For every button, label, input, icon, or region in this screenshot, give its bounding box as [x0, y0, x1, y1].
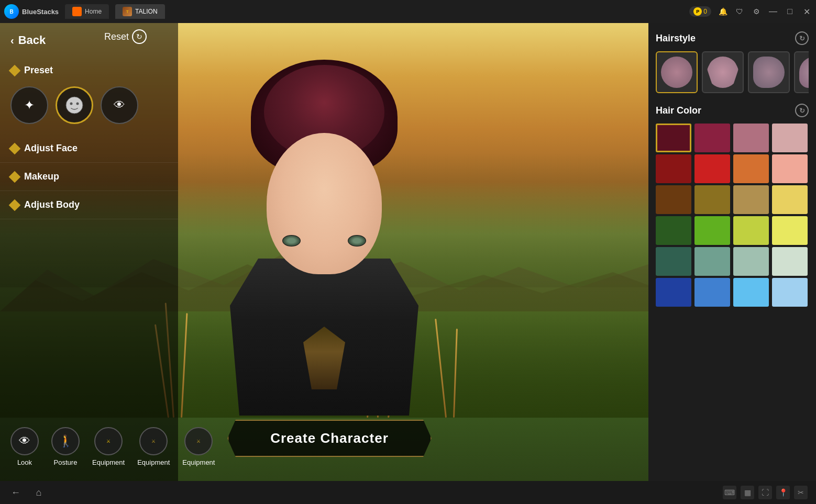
taskbar-right: ⌨ ▦ ⛶ 📍 ✂	[723, 486, 808, 499]
hairstyle-refresh-icon[interactable]: ↻	[795, 31, 809, 45]
right-panel: Hairstyle ↻ Hair Color ↻	[648, 23, 816, 504]
hair-color-refresh-icon[interactable]: ↻	[795, 104, 809, 117]
adjust-body-item[interactable]: Adjust Body	[0, 191, 178, 219]
color-swatch-23[interactable]	[772, 278, 808, 307]
tab-talion[interactable]: T TALION	[115, 4, 164, 19]
color-swatch-16[interactable]	[656, 247, 691, 276]
adjust-face-diamond-icon	[9, 142, 21, 154]
color-swatch-7[interactable]	[772, 154, 808, 183]
adjust-body-label: Adjust Body	[24, 199, 80, 210]
adjust-face-item[interactable]: Adjust Face	[0, 135, 178, 163]
color-swatch-9[interactable]	[694, 185, 730, 214]
color-swatch-17[interactable]	[694, 247, 730, 276]
hairstyle-section-title: Hairstyle ↻	[656, 31, 809, 45]
back-arrow-icon: ‹	[10, 35, 14, 47]
preset-magic-button[interactable]: ✦	[10, 86, 48, 124]
adjust-body-diamond-icon	[9, 199, 21, 211]
color-swatch-4[interactable]	[656, 154, 691, 183]
cut-icon[interactable]: ✂	[794, 486, 808, 499]
fullscreen-icon[interactable]: ⛶	[758, 486, 772, 499]
hair-color-label: Hair Color	[656, 105, 701, 116]
hair-color-section-title: Hair Color ↻	[656, 104, 809, 117]
character-eye-left	[282, 235, 301, 247]
layout-icon[interactable]: ▦	[741, 486, 754, 499]
equipment-3-icon: ⚔	[184, 427, 213, 455]
coin-count: 0	[703, 8, 707, 15]
hair-style-2[interactable]	[702, 51, 744, 93]
posture-icon: 🚶	[51, 427, 80, 455]
svg-point-4	[76, 103, 79, 105]
home-taskbar-button[interactable]: ⌂	[31, 485, 46, 500]
left-panel: ‹ Back Reset ↻ Preset ✦	[0, 23, 178, 504]
preset-buttons-row: ✦ 👁	[0, 81, 178, 135]
brand-name: BlueStacks	[22, 8, 59, 16]
color-swatch-8[interactable]	[656, 185, 691, 214]
color-swatch-22[interactable]	[733, 278, 769, 307]
equipment-1-icon: ⚔	[94, 427, 123, 455]
talion-tab-icon: T	[123, 7, 132, 16]
back-taskbar-button[interactable]: ←	[8, 485, 23, 500]
character-eyes	[282, 235, 366, 247]
color-swatch-18[interactable]	[733, 247, 769, 276]
color-swatch-11[interactable]	[772, 185, 808, 214]
color-swatch-12[interactable]	[656, 216, 691, 245]
bluestacks-icon: B	[4, 4, 19, 19]
reset-label: Reset	[104, 31, 129, 42]
location-icon[interactable]: 📍	[776, 486, 790, 499]
hair-thumb-3	[753, 57, 785, 88]
preset-face-button[interactable]	[56, 86, 93, 124]
notification-icon[interactable]: 🔔	[718, 6, 728, 17]
reset-button[interactable]: Reset ↻	[104, 29, 147, 44]
taskbar-left: ← ⌂	[8, 485, 46, 500]
hairstyle-grid	[656, 51, 809, 93]
hair-thumb-2	[707, 57, 738, 88]
color-swatch-21[interactable]	[694, 278, 730, 307]
coin-badge: P 0	[689, 6, 711, 17]
create-character-button[interactable]: Create Character	[227, 420, 432, 457]
coin-icon: P	[693, 7, 702, 16]
character-eye-right	[348, 235, 366, 247]
color-swatch-6[interactable]	[733, 154, 769, 183]
color-swatch-15[interactable]	[772, 216, 808, 245]
minimize-button[interactable]: —	[768, 6, 778, 17]
color-swatch-5[interactable]	[694, 154, 730, 183]
color-swatch-3[interactable]	[772, 124, 808, 152]
back-button[interactable]: ‹ Back	[0, 29, 178, 51]
hair-color-grid	[656, 124, 809, 307]
posture-control[interactable]: 🚶 Posture	[51, 427, 80, 466]
hair-style-3[interactable]	[748, 51, 790, 93]
settings-icon[interactable]: ⚙	[751, 6, 762, 17]
color-swatch-13[interactable]	[694, 216, 730, 245]
maximize-button[interactable]: □	[785, 6, 795, 17]
titlebar: B BlueStacks Home T TALION P 0 🔔 🛡 ⚙ — □…	[0, 0, 816, 23]
color-swatch-0[interactable]	[656, 124, 691, 152]
hair-thumb-1	[661, 57, 692, 88]
game-viewport: ‹ Back Reset ↻ Preset ✦	[0, 23, 648, 504]
hair-style-1[interactable]	[656, 51, 698, 93]
tab-home-label: Home	[85, 8, 102, 15]
equipment-3-control[interactable]: ⚔ Equipment	[182, 427, 215, 466]
color-swatch-14[interactable]	[733, 216, 769, 245]
svg-point-2	[66, 97, 83, 114]
color-swatch-20[interactable]	[656, 278, 691, 307]
hairstyle-label: Hairstyle	[656, 33, 696, 44]
color-swatch-2[interactable]	[733, 124, 769, 152]
color-swatch-1[interactable]	[694, 124, 730, 152]
hair-style-4[interactable]	[794, 51, 809, 93]
equipment-2-control[interactable]: ⚔ Equipment	[137, 427, 170, 466]
keyboard-icon[interactable]: ⌨	[723, 486, 736, 499]
tab-home[interactable]: Home	[65, 4, 109, 19]
equipment-1-control[interactable]: ⚔ Equipment	[92, 427, 125, 466]
equipment-3-label: Equipment	[182, 458, 215, 466]
character-face	[193, 49, 455, 442]
equipment-2-icon: ⚔	[139, 427, 168, 455]
color-swatch-19[interactable]	[772, 247, 808, 276]
color-swatch-10[interactable]	[733, 185, 769, 214]
close-button[interactable]: ✕	[801, 6, 812, 17]
preset-eye-button[interactable]: 👁	[101, 86, 138, 124]
reset-refresh-icon: ↻	[132, 29, 147, 44]
home-tab-icon	[72, 7, 82, 16]
shield-icon[interactable]: 🛡	[734, 6, 745, 17]
makeup-item[interactable]: Makeup	[0, 163, 178, 191]
look-control[interactable]: 👁 Look	[10, 427, 39, 466]
